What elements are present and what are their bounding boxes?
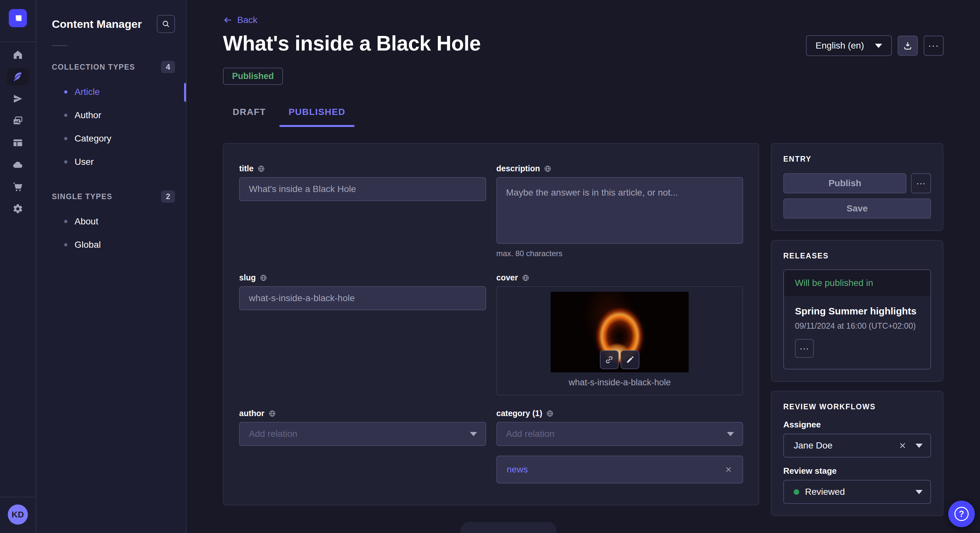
release-date: 09/11/2024 at 16:00 (UTC+02:00)	[795, 321, 920, 331]
sidebar-item-label: Category	[75, 133, 111, 144]
active-item-indicator	[184, 83, 186, 102]
save-button[interactable]: Save	[783, 198, 931, 219]
sidebar-item-label: Global	[75, 240, 101, 250]
tab-draft[interactable]: DRAFT	[223, 105, 275, 119]
rail-bottom: KD	[0, 497, 36, 533]
title-input[interactable]	[239, 177, 486, 201]
edit-asset-button[interactable]	[620, 351, 640, 369]
nav-releases-icon[interactable]	[7, 90, 29, 108]
release-more-button[interactable]: ···	[795, 339, 814, 358]
remove-relation-button[interactable]	[724, 465, 733, 474]
sidebar-item-label: About	[75, 216, 98, 227]
back-link[interactable]: Back	[223, 15, 257, 25]
publish-button[interactable]: Publish	[783, 173, 907, 194]
user-avatar[interactable]: KD	[8, 504, 28, 525]
nav-content-manager-icon[interactable]	[7, 68, 29, 86]
rail-divider	[0, 41, 36, 42]
review-workflows-panel: REVIEW WORKFLOWS Assignee Jane Doe Revie…	[771, 391, 943, 516]
clear-assignee-button[interactable]	[898, 441, 907, 450]
entry-panel: ENTRY Publish ··· Save	[771, 143, 943, 231]
chevron-down-icon	[470, 432, 477, 436]
locale-select[interactable]: English (en)	[806, 35, 892, 56]
relation-news-link[interactable]: news	[507, 464, 528, 475]
entry-more-button[interactable]: ···	[911, 173, 931, 194]
description-label: description	[496, 164, 540, 173]
release-title: Spring Summer highlights	[795, 306, 920, 317]
collection-types-count-badge: 4	[161, 61, 175, 73]
bullet-icon	[64, 243, 67, 246]
sidebar-item-category[interactable]: Category	[52, 127, 175, 150]
slug-input[interactable]	[239, 286, 486, 310]
release-card: Will be published in Spring Summer highl…	[783, 270, 931, 370]
sidebar-item-user[interactable]: User	[52, 150, 175, 174]
sidebar-item-article[interactable]: Article	[52, 80, 175, 104]
description-textarea[interactable]: Maybe the answer is in this article, or …	[496, 177, 743, 244]
version-tabs: DRAFT PUBLISHED	[223, 105, 944, 119]
chevron-down-icon	[915, 444, 923, 448]
question-mark-icon: ?	[955, 507, 969, 521]
review-stage-value: Reviewed	[805, 487, 845, 497]
collection-types-section: COLLECTION TYPES 4 Article Author Catego…	[52, 61, 175, 174]
cover-filename: what-s-inside-a-black-hole	[497, 373, 743, 395]
single-types-count-badge: 2	[161, 190, 175, 203]
status-badge: Published	[223, 68, 283, 85]
copy-link-button[interactable]	[600, 351, 619, 369]
export-button[interactable]	[898, 36, 918, 56]
strapi-logo-icon	[13, 13, 23, 23]
tab-published[interactable]: PUBLISHED	[279, 105, 355, 119]
nav-settings-icon[interactable]	[7, 200, 29, 217]
rail-bottom-divider	[0, 497, 36, 497]
main-nav-rail: KD	[0, 0, 36, 533]
rail-icons	[7, 46, 29, 217]
field-cover: cover	[496, 273, 743, 409]
field-category: category (1) Add relation news	[496, 409, 743, 505]
bullet-icon	[64, 114, 67, 117]
sidebar-item-author[interactable]: Author	[52, 104, 175, 127]
globe-icon	[259, 274, 267, 282]
cutoff-bottom-button[interactable]	[460, 522, 557, 533]
review-workflows-heading: REVIEW WORKFLOWS	[783, 403, 931, 411]
nav-home-icon[interactable]	[7, 46, 29, 63]
field-title: title	[239, 164, 486, 273]
stage-status-dot	[794, 489, 799, 495]
review-stage-label: Review stage	[783, 466, 931, 476]
header-more-button[interactable]: ···	[924, 36, 944, 56]
sidebar-item-about[interactable]: About	[52, 210, 175, 233]
nav-marketplace-icon[interactable]	[7, 178, 29, 195]
category-label: category (1)	[496, 409, 542, 418]
back-label: Back	[237, 15, 257, 25]
link-icon	[605, 355, 614, 364]
nav-content-type-builder-icon[interactable]	[7, 134, 29, 152]
author-relation-select[interactable]: Add relation	[239, 422, 486, 446]
globe-icon	[544, 165, 552, 173]
releases-heading: RELEASES	[783, 252, 931, 260]
nav-deploy-cloud-icon[interactable]	[7, 156, 29, 174]
entry-heading: ENTRY	[783, 155, 931, 163]
arrow-left-icon	[223, 15, 233, 25]
category-relation-select[interactable]: Add relation	[496, 422, 743, 446]
description-hint: max. 80 characters	[496, 249, 743, 258]
collection-types-heading: COLLECTION TYPES	[52, 63, 135, 71]
assignee-select[interactable]: Jane Doe	[783, 434, 931, 458]
globe-icon	[257, 165, 265, 173]
sidebar-item-label: Author	[75, 110, 102, 121]
globe-icon	[268, 409, 276, 417]
download-icon	[903, 41, 913, 51]
search-button[interactable]	[157, 15, 175, 33]
nav-media-library-icon[interactable]	[7, 112, 29, 130]
main-content: Back What's inside a Black Hole English …	[187, 0, 980, 533]
single-types-section: SINGLE TYPES 2 About Global	[52, 190, 175, 257]
content-manager-sidebar: Content Manager COLLECTION TYPES 4 Artic…	[36, 0, 187, 533]
strapi-logo[interactable]	[9, 9, 27, 27]
app-root: KD Content Manager COLLECTION TYPES 4 Ar…	[0, 0, 980, 533]
help-button[interactable]: ?	[948, 501, 975, 527]
review-stage-select[interactable]: Reviewed	[783, 480, 931, 504]
close-icon	[898, 441, 907, 450]
sidebar-divider	[52, 45, 67, 46]
field-author: author Add relation	[239, 409, 486, 505]
chevron-down-icon	[727, 432, 734, 436]
field-slug: slug	[239, 273, 486, 409]
header-actions: English (en) ···	[806, 35, 944, 56]
chevron-down-icon	[875, 44, 882, 48]
sidebar-item-global[interactable]: Global	[52, 233, 175, 257]
